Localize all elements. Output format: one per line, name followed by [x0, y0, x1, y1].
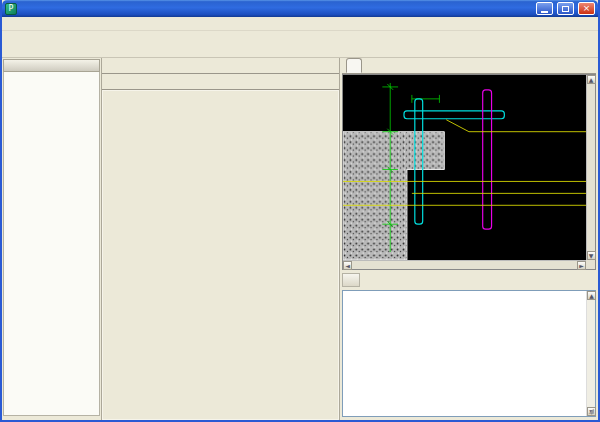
cad-viewport: ▲ ▼ ◄ ► — [342, 74, 596, 270]
menu-bar — [2, 17, 598, 31]
scroll-right-icon[interactable]: ► — [577, 261, 586, 270]
parameter-tabs — [102, 74, 339, 89]
parameter-form — [102, 90, 339, 420]
resize-grip[interactable]: ◢ — [589, 407, 594, 415]
main-content: ▲ ▼ ◄ ► ▲ ▼ ◢ — [2, 58, 598, 420]
scroll-up-icon[interactable]: ▲ — [587, 291, 596, 300]
diagram-panel: ▲ ▼ ◄ ► ▲ ▼ ◢ — [340, 58, 598, 420]
sidebar-button-stack — [3, 416, 100, 419]
scroll-up-icon[interactable]: ▲ — [587, 75, 596, 84]
concrete-section — [343, 132, 444, 260]
tab-schematic[interactable] — [346, 58, 362, 73]
tree-panel-header — [3, 59, 100, 72]
project-tree-panel — [2, 58, 102, 420]
cad-horizontal-scrollbar[interactable]: ◄ ► — [343, 260, 586, 269]
module-tabs — [102, 58, 339, 73]
calc-output-content — [343, 291, 586, 416]
maximize-button[interactable] — [557, 2, 574, 15]
cad-vertical-scrollbar[interactable]: ▲ ▼ — [586, 75, 595, 260]
app-window: P × — [0, 0, 600, 422]
parameters-panel — [102, 58, 340, 420]
project-tree — [3, 72, 100, 416]
scroll-left-icon[interactable]: ◄ — [343, 261, 352, 270]
calc-output-area: ▲ ▼ ◢ — [342, 290, 596, 417]
cad-drawing — [343, 75, 586, 260]
output-vertical-scrollbar[interactable]: ▲ ▼ — [586, 291, 595, 416]
quick-calc-button — [342, 273, 360, 287]
minimize-button[interactable] — [536, 2, 553, 15]
title-bar: P × — [2, 0, 598, 17]
scroll-down-icon[interactable]: ▼ — [587, 251, 596, 260]
toolbar — [2, 31, 598, 58]
close-button[interactable]: × — [578, 2, 595, 15]
app-icon: P — [5, 3, 17, 15]
